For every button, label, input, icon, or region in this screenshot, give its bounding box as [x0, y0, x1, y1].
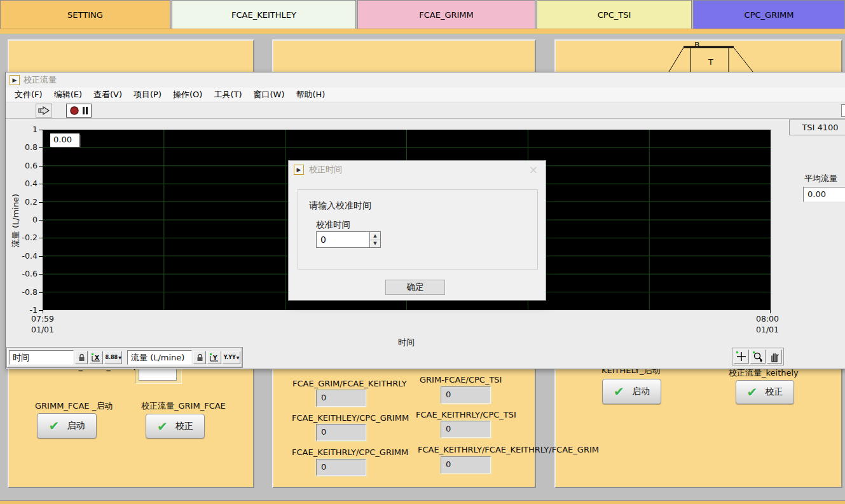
menu-operate[interactable]: 操作(O) — [167, 89, 208, 100]
keithely-start-button[interactable]: ✔ 启动 — [602, 379, 661, 404]
menu-project[interactable]: 项目(P) — [128, 89, 167, 100]
menu-tools[interactable]: 工具(T) — [208, 89, 247, 100]
zoom-tool-button[interactable] — [750, 350, 766, 364]
tab-cpc-tsi-label: CPC_TSI — [598, 10, 631, 20]
y-tick: -0.8 — [6, 287, 38, 297]
ratio-label: FCAE_GRIM/FCAE_KEITHRLY — [292, 379, 407, 388]
y-tick: 0.4 — [6, 179, 38, 188]
menu-file[interactable]: 文件(F) — [9, 89, 48, 100]
tab-cpc-grimm[interactable]: CPC_GRIMM — [693, 0, 845, 29]
grimm-fcae-start-button[interactable]: ✔ 启动 — [37, 413, 97, 439]
x-scale-name-box[interactable]: 时间 — [9, 350, 74, 365]
dialog-title: 校正时间 — [309, 164, 342, 175]
tab-tsi-4100[interactable]: TSI 4100 — [789, 119, 845, 135]
y-format-button[interactable]: Y.YY ▼ — [223, 351, 240, 364]
magnifier-icon — [752, 351, 764, 362]
tab-cpc-grimm-label: CPC_GRIMM — [745, 10, 794, 20]
calibration-time-dialog: ▶ 校正时间 × 请输入校准时间 校准时间 0 ▲ ▼ 确定 — [288, 160, 546, 301]
x-format-button[interactable]: 8.88 ▼ — [104, 351, 122, 364]
svg-text:X: X — [95, 355, 99, 361]
pause-icon[interactable] — [83, 107, 88, 114]
menubar: 文件(F) 编辑(E) 查看(V) 项目(P) 操作(O) 工具(T) 窗口(W… — [6, 88, 845, 102]
x-tick-start: 07:59 01/01 — [24, 313, 62, 335]
ratio-label: FCAE_KEITHRLY/CPC_GRIMM — [292, 447, 408, 457]
calibration-time-input[interactable]: 0 ▲ ▼ — [316, 231, 381, 248]
x-end-date: 01/01 — [748, 324, 787, 335]
x-scale-lock-button[interactable] — [75, 351, 88, 364]
ratio-label: GRIM-FCAE/CPC_TSI — [420, 375, 502, 385]
tab-fcae-keithley[interactable]: FCAE_KEITHLEY — [172, 0, 356, 29]
scale-legend: 时间 X 8.88 ▼ 流量 (L/mine) — [6, 347, 243, 368]
lock-icon — [78, 353, 85, 362]
tab-setting[interactable]: SETTING — [0, 0, 170, 29]
ratio-label: FCAE_KEITHLEY/CPC_GRIMM — [292, 413, 409, 423]
stop-pause-group — [66, 104, 92, 118]
pan-tool-button[interactable] — [767, 350, 782, 364]
check-icon: ✔ — [49, 419, 60, 432]
y-tick: 1 — [6, 125, 38, 134]
calibration-time-field-label: 校准时间 — [316, 219, 350, 231]
ratio-value: 0 — [441, 456, 491, 473]
cursor-tool-button[interactable] — [734, 350, 749, 364]
grimm-fcae-start-label: GRIMM_FCAE _启动 — [35, 400, 113, 412]
ratio-label: FCAE_KEITHRLY/FCAE_KEITHRLY/FCAE_GRIM — [418, 445, 599, 454]
run-arrow-icon — [38, 106, 50, 116]
ratio-value: 0 — [316, 424, 366, 441]
tab-setting-label: SETTING — [67, 10, 103, 20]
screen: SETTING FCAE_KEITHLEY FCAE_GRIMM CPC_TSI… — [0, 0, 845, 504]
tab-cpc-tsi[interactable]: CPC_TSI — [537, 0, 692, 29]
stop-icon[interactable] — [70, 106, 79, 115]
ratio-value: 0 — [316, 390, 366, 407]
menu-edit[interactable]: 编辑(E) — [48, 89, 88, 100]
x-autoscale-button[interactable]: X — [89, 351, 103, 364]
average-flow-value: 0.00 — [803, 187, 845, 202]
tab-fcae-grimm[interactable]: FCAE_GRIMM — [357, 0, 535, 29]
chart-cursor-value: 0.00 — [50, 133, 79, 147]
menu-window[interactable]: 窗口(W) — [248, 89, 291, 100]
spinner: ▲ ▼ — [369, 232, 380, 247]
spinner-up-icon[interactable]: ▲ — [370, 232, 380, 240]
spinner-down-icon[interactable]: ▼ — [370, 240, 380, 248]
check-icon: ✔ — [614, 385, 624, 398]
x-format-label: 8.88 — [105, 355, 118, 360]
y-tick: 0.6 — [6, 161, 38, 170]
tab-fcae-grimm-label: FCAE_GRIMM — [419, 10, 474, 20]
x-axis-title: 时间 — [387, 337, 425, 348]
menu-help[interactable]: 帮助(H) — [291, 89, 331, 100]
toolbar — [6, 102, 845, 119]
ok-button[interactable]: 确定 — [385, 280, 445, 295]
dialog-titlebar[interactable]: ▶ 校正时间 × — [289, 161, 546, 179]
close-icon[interactable]: × — [529, 163, 538, 176]
x-autoscale-icon: X — [91, 353, 101, 362]
y-autoscale-button[interactable]: Y — [207, 351, 221, 364]
cal-flow-keithely-button-label: 校正 — [765, 386, 783, 398]
ratio-value: 0 — [441, 421, 491, 438]
window-titlebar[interactable]: ▶ 校正流量 — [6, 72, 845, 88]
cal-flow-keithely-button[interactable]: ✔ 校正 — [736, 380, 794, 404]
x-end-time: 08:00 — [748, 313, 787, 324]
calibration-time-value: 0 — [320, 235, 326, 245]
dialog-prompt: 请输入校准时间 — [309, 200, 371, 212]
trapezoid-shape — [661, 38, 763, 72]
labview-vi-icon: ▶ — [294, 165, 304, 175]
keithely-start-button-label: 启动 — [632, 386, 650, 397]
grimm-fcae-start-button-label: 启动 — [67, 420, 85, 432]
ratio-value: 0 — [316, 459, 366, 476]
y-tick: -0.6 — [6, 269, 38, 278]
average-flow-label: 平均流量 — [804, 173, 837, 184]
menu-view[interactable]: 查看(V) — [88, 89, 128, 100]
cal-flow-grim-fcae-button[interactable]: ✔ 校正 — [146, 414, 205, 439]
y-scale-lock-button[interactable] — [193, 351, 206, 364]
y-scale-name-box[interactable]: 流量 (L/mine) — [127, 350, 192, 365]
tab-fcae-keithley-label: FCAE_KEITHLEY — [231, 10, 296, 20]
x-tick-end: 08:00 01/01 — [748, 313, 787, 335]
window-title: 校正流量 — [24, 74, 57, 86]
svg-text:Y: Y — [212, 355, 217, 361]
lock-icon — [196, 353, 203, 362]
y-tick: 0 — [6, 215, 38, 224]
run-button[interactable] — [36, 104, 52, 118]
dropdown-icon: ▼ — [237, 355, 240, 360]
shape-t-label: T — [708, 57, 713, 67]
y-tick: -0.4 — [6, 251, 38, 261]
graph-palette — [732, 348, 784, 365]
